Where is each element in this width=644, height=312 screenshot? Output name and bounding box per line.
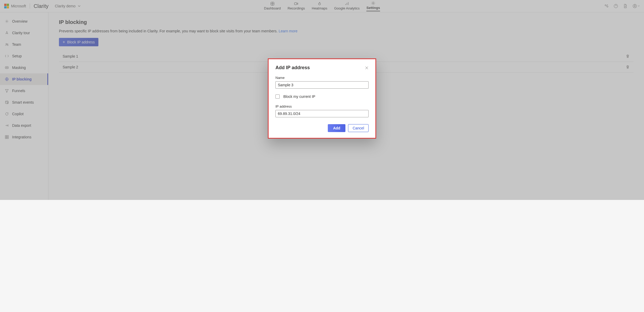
ip-input[interactable]: [275, 110, 369, 117]
name-label: Name: [275, 76, 369, 80]
name-input[interactable]: [275, 81, 369, 89]
block-current-label: Block my current IP: [283, 94, 315, 99]
modal-title: Add IP address: [275, 65, 310, 71]
ip-label: IP address: [275, 104, 369, 108]
add-ip-modal: Add IP address Name Block my current IP …: [268, 58, 376, 139]
cancel-button[interactable]: Cancel: [348, 124, 369, 132]
close-button[interactable]: [365, 66, 369, 70]
block-current-checkbox[interactable]: [275, 94, 280, 99]
add-button[interactable]: Add: [328, 124, 345, 132]
